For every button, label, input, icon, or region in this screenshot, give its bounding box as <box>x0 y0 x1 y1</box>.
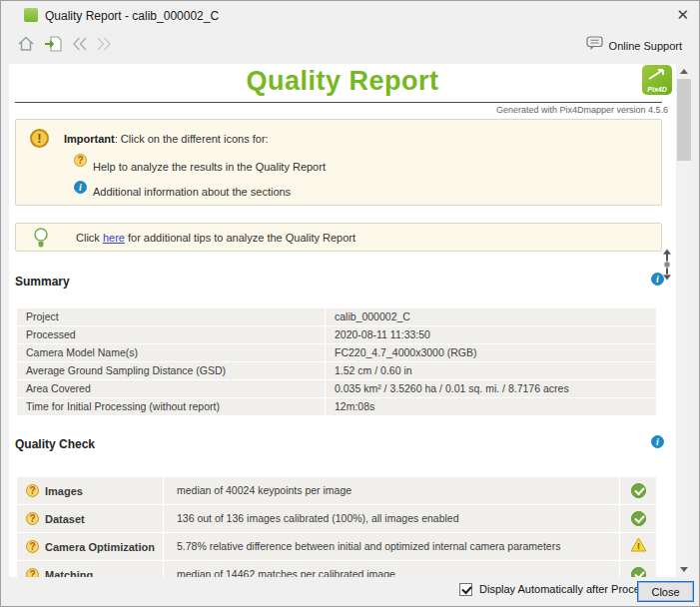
help-icon[interactable]: ? <box>26 512 39 525</box>
summary-label: Area Covered <box>17 380 325 397</box>
important-rest: : Click on the different icons for: <box>115 133 269 145</box>
summary-heading: Summary <box>15 275 70 289</box>
summary-label: Camera Model Name(s) <box>17 344 325 361</box>
qc-label: Camera Optimization <box>45 541 155 553</box>
tips-pre: Click <box>76 232 103 244</box>
important-notice-box: ! Important: Click on the different icon… <box>15 119 662 206</box>
export-pdf-button[interactable] <box>42 34 64 56</box>
summary-value: calib_000002_C <box>326 308 656 325</box>
qc-description: 136 out of 136 images calibrated (100%),… <box>164 505 619 532</box>
check-icon <box>631 511 646 526</box>
table-row: Processed 2020-08-11 11:33:50 <box>17 326 656 343</box>
forward-button[interactable] <box>93 34 115 56</box>
important-warning-icon: ! <box>30 129 49 148</box>
tips-here-link[interactable]: here <box>103 232 125 244</box>
qc-label: Dataset <box>45 513 85 525</box>
table-row: Average Ground Sampling Distance (GSD) 1… <box>17 362 656 379</box>
summary-label: Time for Initial Processing (without rep… <box>17 398 325 415</box>
table-row: Camera Model Name(s) FC220_4.7_4000x3000… <box>17 344 656 361</box>
summary-value: 12m:08s <box>326 398 656 415</box>
back-button[interactable] <box>69 34 91 56</box>
tips-text: Click here for additional tips to analyz… <box>76 232 355 244</box>
qc-status-cell <box>620 477 656 504</box>
title-bar: Quality Report - calib_000002_C ✕ <box>1 1 699 29</box>
vertical-resize-cursor <box>661 249 673 281</box>
pdf-export-icon <box>43 42 64 57</box>
table-row: Time for Initial Processing (without rep… <box>17 398 656 415</box>
help-description: Help to analyze the results in the Quali… <box>93 161 326 173</box>
qc-description: median of 40024 keypoints per image <box>164 477 619 504</box>
warning-triangle-icon: ! <box>630 537 647 556</box>
logo-text: Pix4D <box>642 86 672 93</box>
summary-label: Project <box>17 308 325 325</box>
tips-box: Click here for additional tips to analyz… <box>15 223 662 252</box>
qc-label-cell: ? Camera Optimization <box>17 533 163 560</box>
quality-check-info-icon[interactable]: i <box>651 435 664 448</box>
qc-status-cell: ! <box>620 533 656 560</box>
window-title: Quality Report - calib_000002_C <box>45 9 219 23</box>
table-row: Area Covered 0.035 km² / 3.5260 ha / 0.0… <box>17 380 656 397</box>
close-button[interactable]: Close <box>637 581 694 602</box>
table-row: ? Images median of 40024 keypoints per i… <box>17 477 656 504</box>
svg-text:!: ! <box>637 541 640 551</box>
report-content: Quality Report Pix4D Generated with Pix4… <box>9 64 676 577</box>
display-auto-checkbox[interactable] <box>459 583 472 596</box>
lightbulb-icon <box>33 227 49 254</box>
table-row: ? Camera Optimization 5.78% relative dif… <box>17 533 656 560</box>
close-icon[interactable]: ✕ <box>676 6 689 24</box>
qc-description: 5.78% relative difference between initia… <box>164 533 619 560</box>
vertical-scrollbar[interactable] <box>676 64 692 577</box>
title-divider <box>15 102 662 103</box>
qc-status-cell <box>620 505 656 532</box>
home-icon <box>16 42 36 57</box>
summary-label: Average Ground Sampling Distance (GSD) <box>17 362 325 379</box>
summary-value: 0.035 km² / 3.5260 ha / 0.01 sq. mi. / 8… <box>326 380 656 397</box>
summary-value: 1.52 cm / 0.60 in <box>326 362 656 379</box>
summary-value: 2020-08-11 11:33:50 <box>326 326 656 343</box>
logo-arrow-icon <box>647 67 667 81</box>
check-icon <box>631 483 646 498</box>
help-icon[interactable]: ? <box>26 540 39 553</box>
table-row: Project calib_000002_C <box>17 308 656 325</box>
table-row: ? Dataset 136 out of 136 images calibrat… <box>17 505 656 532</box>
quality-check-table: ? Images median of 40024 keypoints per i… <box>17 477 656 577</box>
important-line: Important: Click on the different icons … <box>64 133 269 145</box>
info-description: Additional information about the section… <box>93 186 291 198</box>
qc-label-cell: ? Dataset <box>17 505 163 532</box>
report-title: Quality Report <box>9 66 676 97</box>
scroll-up-icon[interactable] <box>676 64 692 79</box>
qc-label-cell: ? Images <box>17 477 163 504</box>
quality-report-window: Quality Report - calib_000002_C ✕ <box>0 0 700 607</box>
help-icon[interactable]: ? <box>26 484 39 497</box>
scrollbar-thumb[interactable] <box>677 79 691 161</box>
qc-label: Images <box>45 485 83 497</box>
speech-bubble-icon <box>586 36 603 55</box>
home-button[interactable] <box>15 34 37 56</box>
toolbar: Online Support <box>1 29 699 64</box>
summary-value: FC220_4.7_4000x3000 (RGB) <box>326 344 656 361</box>
info-icon[interactable]: i <box>74 181 87 194</box>
footer-bar: Display Automatically after Processing C… <box>1 575 699 606</box>
pix4d-logo: Pix4D <box>642 65 672 95</box>
generated-version-text: Generated with Pix4Dmapper version 4.5.6 <box>496 105 668 115</box>
summary-table: Project calib_000002_C Processed 2020-08… <box>17 308 656 416</box>
tips-post: for additional tips to analyze the Quali… <box>125 232 355 244</box>
forward-chevron-icon <box>94 42 114 57</box>
quality-check-heading: Quality Check <box>15 437 95 451</box>
help-icon[interactable]: ? <box>74 154 87 167</box>
back-chevron-icon <box>70 42 90 57</box>
online-support-label: Online Support <box>609 40 682 52</box>
pix4d-app-icon <box>24 8 38 22</box>
summary-label: Processed <box>17 326 325 343</box>
important-label: Important <box>64 133 115 145</box>
online-support-button[interactable]: Online Support <box>586 36 682 55</box>
